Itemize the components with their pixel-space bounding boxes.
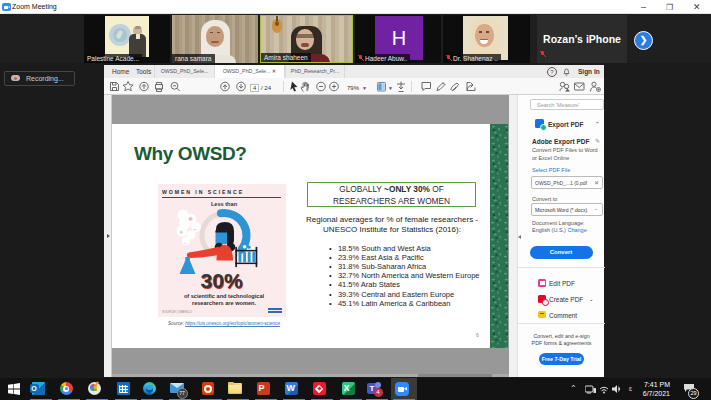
svg-text:❋: ❋ [179, 229, 183, 235]
svg-text:✱: ✱ [188, 216, 193, 222]
svg-text:SOURCE | UNESCO: SOURCE | UNESCO [162, 310, 192, 314]
svg-text:WOMEN IN SCIENCE: WOMEN IN SCIENCE [162, 189, 244, 195]
svg-text:of scientific and technologica: of scientific and technological [184, 293, 265, 299]
svg-text:Less than: Less than [211, 201, 238, 207]
svg-text:researchers are women.: researchers are women. [192, 300, 257, 306]
svg-text:30%: 30% [201, 269, 243, 292]
